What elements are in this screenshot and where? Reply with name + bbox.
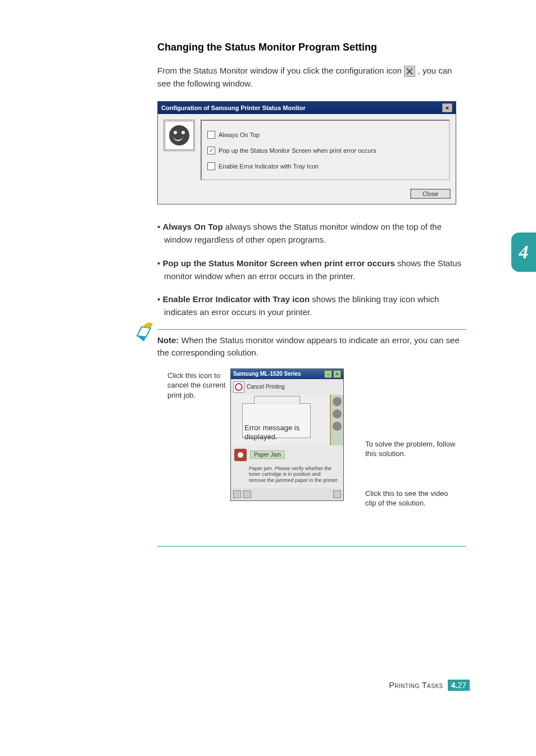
status-smiley-icon xyxy=(163,120,195,151)
bullet-item: • Always On Top always shows the Status … xyxy=(157,220,466,247)
dialog-title: Configuration of Samsung Printer Status … xyxy=(161,104,306,111)
bullet-item: • Pop up the Status Monitor Screen when … xyxy=(157,257,466,283)
status-row: Paper Jam xyxy=(231,445,343,464)
footer-chapter: 4. xyxy=(451,681,458,690)
side-toolbar xyxy=(331,395,343,445)
intro-paragraph: From the Status Monitor window if you cl… xyxy=(157,65,466,90)
option-always-on-top[interactable]: Always On Top xyxy=(207,131,443,139)
note-text-body: When the Status monitor window appears t… xyxy=(157,335,460,358)
section-heading: Changing the Status Monitor Program Sett… xyxy=(157,42,466,53)
rewind-icon[interactable] xyxy=(233,490,241,498)
play-icon[interactable] xyxy=(333,490,341,498)
option-label: Always On Top xyxy=(219,131,260,138)
footer-page: 27 xyxy=(457,681,466,690)
option-tray-indicator[interactable]: Enable Error Indicator with Tray Icon xyxy=(207,162,443,170)
status-description: Paper jam. Please verify whether the ton… xyxy=(231,464,343,488)
status-titlebar: Samsung ML-1520 Series – × xyxy=(231,369,343,379)
error-icon xyxy=(234,449,247,461)
tool-icon[interactable] xyxy=(333,422,342,431)
media-controls xyxy=(231,488,343,500)
page-number-box: 4.27 xyxy=(448,680,470,691)
callout-cancel: Click this icon to cancel the current pr… xyxy=(167,371,229,400)
checkbox-icon[interactable] xyxy=(207,131,215,139)
chapter-tab: 4 xyxy=(511,233,536,272)
options-panel: Always On Top ✓ Pop up the Status Monito… xyxy=(201,120,450,180)
close-button[interactable]: × xyxy=(333,370,341,378)
cancel-print-label: Cancel Printing xyxy=(247,384,285,390)
dialog-close-x[interactable]: × xyxy=(442,103,452,112)
option-popup-on-error[interactable]: ✓ Pop up the Status Monitor Screen when … xyxy=(207,147,443,154)
callout-video: Click this to see the video clip of the … xyxy=(365,489,461,508)
dialog-titlebar: Configuration of Samsung Printer Status … xyxy=(158,102,456,114)
minimize-button[interactable]: – xyxy=(324,370,332,378)
status-label: Paper Jam xyxy=(250,450,285,459)
intro-text-1: From the Status Monitor window if you cl… xyxy=(157,66,404,75)
status-title: Samsung ML-1520 Series xyxy=(233,371,301,377)
bullet-bold: Always On Top xyxy=(162,222,222,231)
annotated-figure: Click this icon to cancel the current pr… xyxy=(157,368,466,537)
bullet-bold: Enable Error Indicator with Tray icon xyxy=(162,294,310,304)
callout-solve: To solve the problem, follow this soluti… xyxy=(365,439,461,459)
checkbox-icon[interactable]: ✓ xyxy=(207,147,215,154)
callout-error-message: Error message is displayed. xyxy=(244,423,301,443)
close-button[interactable]: Close xyxy=(411,189,450,198)
page-footer: Printing Tasks 4.27 xyxy=(389,680,470,691)
bullet-item: • Enable Error Indicator with Tray icon … xyxy=(157,293,466,319)
bullet-list: • Always On Top always shows the Status … xyxy=(157,220,466,319)
cancel-print-icon[interactable] xyxy=(233,381,244,393)
tool-icon[interactable] xyxy=(333,409,342,418)
option-label: Pop up the Status Monitor Screen when pr… xyxy=(219,147,376,154)
note-block: Note: When the Status monitor window app… xyxy=(157,329,466,359)
bullet-bold: Pop up the Status Monitor Screen when pr… xyxy=(162,258,394,268)
option-label: Enable Error Indicator with Tray Icon xyxy=(219,163,319,170)
config-dialog: Configuration of Samsung Printer Status … xyxy=(157,101,456,204)
checkbox-icon[interactable] xyxy=(207,162,215,170)
stop-icon[interactable] xyxy=(243,490,251,498)
note-label: Note: xyxy=(157,335,179,345)
note-icon xyxy=(134,319,158,344)
config-icon xyxy=(404,66,415,77)
tool-icon[interactable] xyxy=(333,397,342,406)
footer-label: Printing Tasks xyxy=(389,681,443,690)
